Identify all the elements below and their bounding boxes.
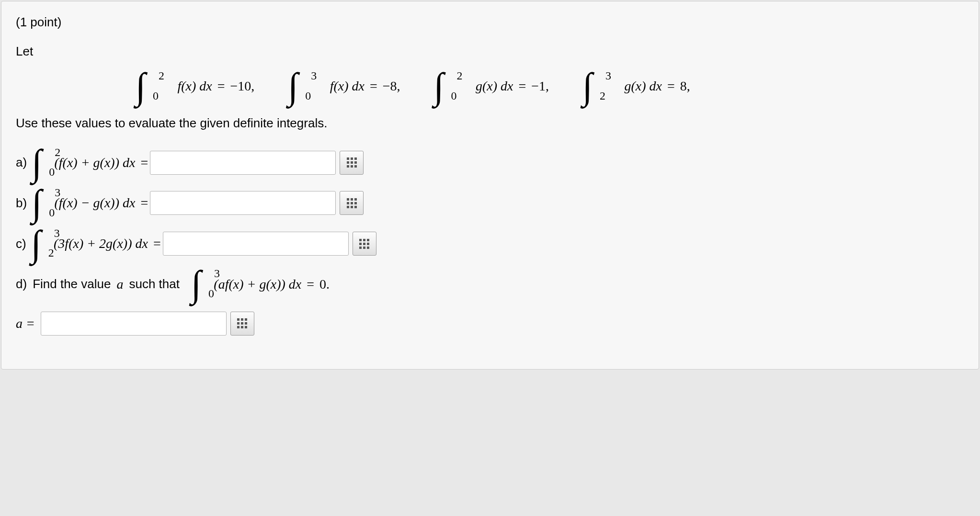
part-a-label: a) — [16, 155, 27, 170]
part-d-answer-label: a = — [16, 316, 35, 331]
keypad-button-b[interactable] — [340, 191, 364, 215]
integrand-1: f(x) dx = −10, — [177, 79, 254, 94]
part-d-row: d) Find the value a such that ∫ 3 0 (af(… — [16, 271, 964, 297]
part-a-integral: ∫ 2 0 — [32, 150, 42, 176]
integrand-4: g(x) dx = 8, — [624, 79, 690, 94]
lower-limit: 2 — [48, 247, 54, 259]
integrand-2: f(x) dx = −8, — [330, 79, 400, 94]
upper-limit: 3 — [311, 69, 317, 82]
integral-icon: ∫ — [434, 73, 444, 100]
intro-text: Let — [16, 44, 964, 59]
upper-limit: 2 — [55, 146, 60, 159]
given-integral-2: ∫ 3 0 — [288, 73, 298, 100]
integral-icon: ∫ — [582, 73, 593, 100]
part-a-input[interactable] — [150, 151, 336, 175]
part-d-text-before: Find the value — [33, 277, 111, 292]
given-integral-1: ∫ 2 0 — [136, 73, 146, 100]
integral-icon: ∫ — [136, 73, 146, 100]
instruction-text: Use these values to evaluate the given d… — [16, 116, 964, 131]
integral-icon: ∫ — [191, 271, 201, 297]
keypad-button-c[interactable] — [353, 232, 376, 256]
part-b-integrand: (f(x) − g(x)) dx = — [55, 195, 150, 211]
keypad-button-d[interactable] — [230, 312, 254, 336]
integral-icon: ∫ — [288, 73, 298, 100]
points-label: (1 point) — [16, 15, 964, 30]
part-a-row: a) ∫ 2 0 (f(x) + g(x)) dx = — [16, 150, 964, 176]
part-d-answer-row: a = — [16, 312, 964, 336]
given-integral-3: ∫ 2 0 — [434, 73, 444, 100]
part-c-row: c) ∫ 3 2 (3f(x) + 2g(x)) dx = — [16, 231, 964, 257]
keypad-icon — [237, 318, 247, 328]
part-d-input[interactable] — [41, 312, 227, 336]
keypad-button-a[interactable] — [340, 151, 364, 175]
problem-panel: (1 point) Let ∫ 2 0 f(x) dx = −10, ∫ 3 0… — [1, 1, 979, 370]
integral-icon: ∫ — [32, 190, 42, 216]
upper-limit: 3 — [54, 227, 60, 240]
upper-limit: 3 — [605, 69, 611, 82]
integral-icon: ∫ — [32, 150, 42, 176]
part-d-text-after: such that — [129, 277, 180, 292]
part-a-integrand: (f(x) + g(x)) dx = — [55, 155, 150, 170]
part-c-label: c) — [16, 236, 26, 251]
keypad-icon — [359, 239, 369, 249]
part-d-integrand: (af(x) + g(x)) dx = 0. — [214, 277, 330, 292]
upper-limit: 3 — [55, 186, 60, 199]
part-d-label: d) — [16, 277, 27, 292]
part-d-integral: ∫ 3 0 — [191, 271, 201, 297]
lower-limit: 0 — [305, 90, 311, 102]
upper-limit: 2 — [457, 69, 463, 82]
lower-limit: 0 — [49, 166, 55, 179]
part-c-input[interactable] — [163, 232, 349, 256]
lower-limit: 2 — [600, 90, 605, 102]
part-c-integral: ∫ 3 2 — [31, 231, 41, 257]
lower-limit: 0 — [49, 206, 55, 219]
keypad-icon — [347, 157, 357, 168]
part-b-input[interactable] — [150, 191, 336, 215]
part-d-var: a — [116, 277, 123, 292]
keypad-icon — [347, 198, 357, 208]
given-integral-4: ∫ 3 2 — [582, 73, 593, 100]
upper-limit: 3 — [214, 267, 220, 280]
upper-limit: 2 — [159, 69, 164, 82]
integrand-3: g(x) dx = −1, — [476, 79, 549, 94]
lower-limit: 0 — [451, 90, 457, 102]
part-b-label: b) — [16, 196, 27, 211]
given-integrals: ∫ 2 0 f(x) dx = −10, ∫ 3 0 f(x) dx = −8,… — [136, 73, 964, 100]
lower-limit: 0 — [208, 287, 214, 300]
lower-limit: 0 — [153, 90, 159, 102]
part-b-row: b) ∫ 3 0 (f(x) − g(x)) dx = — [16, 190, 964, 216]
part-b-integral: ∫ 3 0 — [32, 190, 42, 216]
part-c-integrand: (3f(x) + 2g(x)) dx = — [54, 236, 163, 251]
integral-icon: ∫ — [31, 231, 41, 257]
